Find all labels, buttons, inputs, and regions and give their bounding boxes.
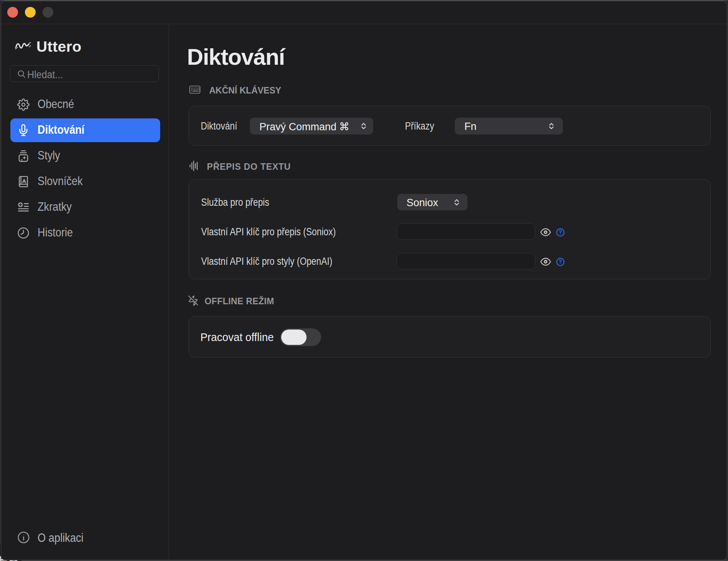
- svg-text:?: ?: [559, 229, 562, 235]
- svg-text:?: ?: [559, 259, 562, 265]
